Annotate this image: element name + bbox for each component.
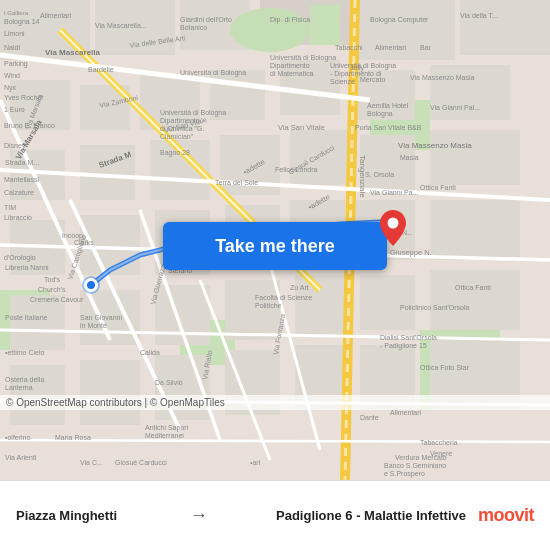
svg-text:Mantellassi: Mantellassi	[4, 176, 39, 183]
svg-text:d'Orologio: d'Orologio	[4, 254, 36, 262]
svg-rect-8	[310, 5, 340, 45]
svg-point-7	[230, 8, 310, 52]
svg-point-178	[388, 218, 399, 229]
svg-text:e S.Prospero: e S.Prospero	[384, 470, 425, 478]
origin-marker	[84, 278, 98, 292]
svg-text:Bologna 14: Bologna 14	[4, 18, 40, 26]
svg-text:Aemilla Hotel: Aemilla Hotel	[367, 102, 409, 109]
svg-text:Via San Vitale: Via San Vitale	[278, 123, 325, 132]
svg-text:in Monte: in Monte	[80, 322, 107, 329]
svg-text:S. Orsola: S. Orsola	[365, 171, 394, 178]
svg-text:Clarks: Clarks	[74, 239, 94, 246]
svg-text:Terra del Sole: Terra del Sole	[215, 179, 258, 186]
svg-text:Calida: Calida	[140, 349, 160, 356]
svg-text:Venere: Venere	[430, 450, 452, 457]
svg-rect-26	[430, 130, 520, 185]
svg-text:Università di Bologna: Università di Bologna	[180, 69, 246, 77]
svg-text:•ettimo Cielo: •ettimo Cielo	[5, 349, 45, 356]
map-container: Via delle Belle Arti Via Marsala Via Zam…	[0, 0, 550, 480]
svg-text:Bologna: Bologna	[367, 110, 393, 118]
take-me-there-button[interactable]: Take me there	[163, 222, 387, 270]
svg-text:di Matematica: di Matematica	[270, 70, 314, 77]
svg-text:Via Arienti: Via Arienti	[5, 454, 37, 461]
svg-text:Osteria della: Osteria della	[5, 376, 44, 383]
svg-text:Ottica Fanti: Ottica Fanti	[455, 284, 491, 291]
svg-text:Bologna Computer: Bologna Computer	[370, 16, 429, 24]
svg-text:Via Gianni Pa...: Via Gianni Pa...	[370, 189, 419, 196]
svg-text:Calzature: Calzature	[4, 189, 34, 196]
svg-text:I Galliera: I Galliera	[4, 10, 29, 16]
svg-rect-42	[80, 360, 140, 425]
bottom-bar: Piazza Minghetti → Padiglione 6 - Malatt…	[0, 480, 550, 550]
svg-text:Dip. di Fisica: Dip. di Fisica	[270, 16, 310, 24]
svg-text:Mediterranei: Mediterranei	[145, 432, 184, 439]
svg-text:Tod's: Tod's	[44, 276, 61, 283]
svg-text:Nyx: Nyx	[4, 84, 17, 92]
svg-rect-6	[460, 0, 550, 55]
svg-text:Porta San Vitale B&B: Porta San Vitale B&B	[355, 124, 422, 131]
moovit-logo: moovit	[478, 505, 534, 526]
svg-text:Banco S.Geminiano: Banco S.Geminiano	[384, 462, 446, 469]
origin-label: Piazza Minghetti	[16, 508, 185, 523]
svg-text:Giardini dell'Orto: Giardini dell'Orto	[180, 16, 232, 23]
svg-rect-37	[225, 280, 280, 340]
svg-text:Policlinico Sant'Orsola: Policlinico Sant'Orsola	[400, 304, 470, 311]
svg-text:Bardelle: Bardelle	[88, 66, 114, 73]
svg-text:San Giovanni: San Giovanni	[80, 314, 122, 321]
svg-text:Giosuè Carducci: Giosuè Carducci	[115, 459, 167, 466]
svg-text:Via Massenzo Masia: Via Massenzo Masia	[410, 74, 475, 81]
svg-text:Cremeria Cavour: Cremeria Cavour	[30, 296, 84, 303]
svg-text:Tabacchi: Tabacchi	[335, 44, 363, 51]
svg-text:Via Mascarella: Via Mascarella	[45, 48, 101, 57]
svg-text:Libraccio: Libraccio	[4, 214, 32, 221]
svg-text:- Dipartimento di: - Dipartimento di	[330, 70, 382, 78]
attribution: © OpenStreetMap contributors | © OpenMap…	[0, 395, 550, 410]
svg-text:Ottica Foto Star: Ottica Foto Star	[420, 364, 470, 371]
svg-text:Mercato: Mercato	[360, 76, 385, 83]
svg-text:•arl: •arl	[250, 459, 261, 466]
svg-text:Dipartimento: Dipartimento	[160, 117, 200, 125]
svg-rect-5	[355, 0, 455, 60]
svg-text:Alimentari: Alimentari	[390, 409, 422, 416]
svg-text:Università di Bologna: Università di Bologna	[330, 62, 396, 70]
svg-rect-40	[430, 270, 520, 330]
svg-text:Via C...: Via C...	[80, 459, 103, 466]
svg-text:Dipartimento: Dipartimento	[270, 62, 310, 70]
destination-marker	[380, 210, 406, 246]
svg-text:Via Mascarella...: Via Mascarella...	[95, 22, 147, 29]
svg-text:Bagno 28: Bagno 28	[160, 149, 190, 157]
svg-text:di Chimica "G.: di Chimica "G.	[160, 125, 205, 132]
svg-text:Yves Rocher: Yves Rocher	[4, 94, 44, 101]
svg-rect-33	[430, 200, 520, 260]
svg-text:Poste Italiane: Poste Italiane	[5, 314, 48, 321]
svg-text:Libreria Nanni: Libreria Nanni	[5, 264, 49, 271]
svg-text:Wind: Wind	[4, 72, 20, 79]
destination-label: Padiglione 6 - Malattie Infettive	[213, 508, 466, 523]
svg-text:Università di Bologna: Università di Bologna	[270, 54, 336, 62]
svg-text:Scienze: Scienze	[330, 78, 355, 85]
svg-text:Parking: Parking	[4, 60, 28, 68]
svg-text:Masia: Masia	[400, 154, 419, 161]
svg-text:Naldi: Naldi	[4, 44, 20, 51]
svg-text:Facoltà di Scienze: Facoltà di Scienze	[255, 294, 312, 301]
svg-text:TIM: TIM	[4, 204, 16, 211]
svg-text:Bar: Bar	[420, 44, 432, 51]
svg-text:Via Gianni Pal...: Via Gianni Pal...	[430, 104, 480, 111]
svg-text:Alimentari: Alimentari	[375, 44, 407, 51]
svg-text:Ottica Fanti: Ottica Fanti	[420, 184, 456, 191]
svg-text:Botanico: Botanico	[180, 24, 207, 31]
svg-text:Dialisi Sant'Orsola: Dialisi Sant'Orsola	[380, 334, 437, 341]
svg-text:Antichi Sapori: Antichi Sapori	[145, 424, 189, 432]
svg-text:Università di Bologna: Università di Bologna	[160, 109, 226, 117]
svg-text:- Padiglione 15: - Padiglione 15	[380, 342, 427, 350]
svg-text:Da Silvio: Da Silvio	[155, 379, 183, 386]
svg-text:Church's: Church's	[38, 286, 66, 293]
svg-text:•olferino: •olferino	[5, 434, 31, 441]
svg-text:Politiche: Politiche	[255, 302, 282, 309]
svg-text:Alimentari: Alimentari	[40, 12, 72, 19]
svg-text:Zu Art: Zu Art	[290, 284, 309, 291]
svg-rect-39	[360, 275, 415, 330]
svg-text:Dante: Dante	[360, 414, 379, 421]
svg-text:1 Euro: 1 Euro	[4, 106, 25, 113]
svg-text:Giuseppe N.: Giuseppe N.	[390, 248, 432, 257]
